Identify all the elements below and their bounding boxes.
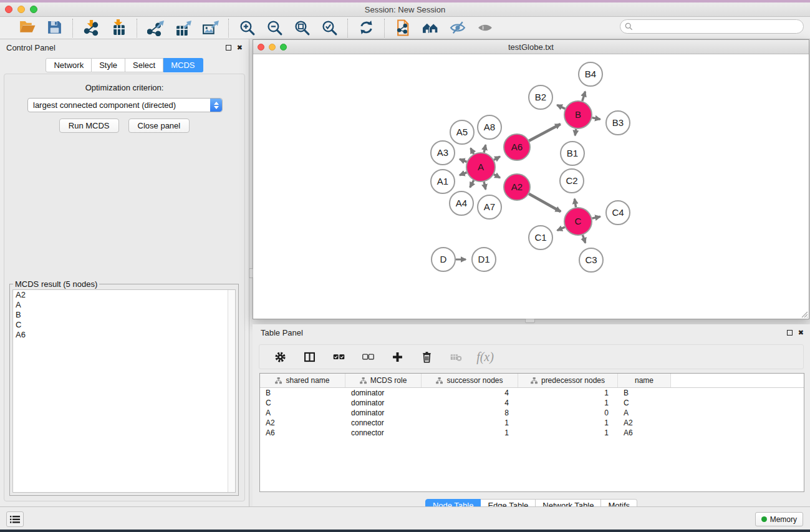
tab-style[interactable]: Style: [92, 58, 125, 72]
table-close-panel-icon[interactable]: ✖: [798, 329, 804, 336]
search-input[interactable]: [633, 20, 803, 33]
edge-C-C4[interactable]: [592, 216, 600, 218]
table-row[interactable]: A6connector11A6: [260, 428, 804, 438]
edge-A-A1[interactable]: [460, 173, 466, 175]
column-header-shared-name[interactable]: shared name: [260, 374, 345, 387]
vertical-divider-handle[interactable]: [249, 268, 253, 278]
show-display-icon[interactable]: [476, 19, 494, 37]
node-label-B4: B4: [585, 69, 596, 79]
hide-display-icon[interactable]: [448, 19, 467, 37]
import-network-icon[interactable]: [82, 19, 100, 37]
settings-gear-icon[interactable]: [272, 349, 288, 365]
export-table-icon[interactable]: [173, 19, 192, 37]
list-icon: [10, 515, 20, 524]
result-list-item[interactable]: B: [13, 310, 235, 320]
zoom-out-icon[interactable]: [265, 19, 284, 37]
edge-B-B4[interactable]: [582, 92, 586, 101]
criterion-dropdown[interactable]: largest connected component (directed): [27, 98, 223, 112]
column-header-name[interactable]: name: [618, 374, 671, 387]
run-mcds-button[interactable]: Run MCDS: [59, 118, 119, 133]
edge-C-C2[interactable]: [574, 199, 576, 208]
edge-C-C3[interactable]: [582, 235, 585, 243]
zoom-selected-icon[interactable]: [320, 19, 339, 37]
edge-B-B3[interactable]: [592, 118, 600, 120]
export-network-icon[interactable]: [146, 19, 165, 37]
table-row[interactable]: Adominator80A: [260, 408, 804, 418]
node-label-A: A: [478, 162, 484, 172]
column-header-MCDS-role[interactable]: MCDS role: [345, 374, 422, 387]
zoom-in-icon[interactable]: [238, 19, 256, 37]
float-panel-icon[interactable]: [226, 45, 231, 51]
column-header-predecessor-nodes[interactable]: predecessor nodes: [518, 374, 618, 387]
node-table[interactable]: shared nameMCDS rolesuccessor nodesprede…: [259, 373, 804, 492]
refresh-icon[interactable]: [357, 19, 375, 37]
edge-A-A6[interactable]: [494, 157, 500, 160]
hierarchy-icon: [275, 377, 282, 384]
edge-A2-C[interactable]: [529, 194, 561, 212]
column-visibility-icon[interactable]: [301, 349, 317, 365]
node-label-A8: A8: [484, 122, 495, 132]
result-list-item[interactable]: A6: [13, 330, 235, 340]
tab-select[interactable]: Select: [125, 58, 163, 72]
save-session-icon[interactable]: [45, 19, 64, 37]
table-cell: dominator: [345, 389, 422, 397]
control-panel-title: Control Panel: [6, 43, 55, 52]
result-list-item[interactable]: C: [13, 320, 235, 330]
result-list-item[interactable]: A: [13, 300, 235, 310]
resize-grip-icon[interactable]: [799, 309, 808, 318]
select-all-icon[interactable]: [330, 349, 347, 365]
mcds-result-list[interactable]: A2ABCA6: [12, 289, 236, 493]
table-cell: dominator: [345, 399, 422, 407]
table-row[interactable]: Bdominator41B: [260, 388, 804, 398]
column-header-successor-nodes[interactable]: successor nodes: [422, 374, 518, 387]
table-cell: B: [260, 389, 345, 397]
tab-network[interactable]: Network: [46, 58, 92, 72]
hierarchy-icon: [360, 377, 367, 384]
search-field[interactable]: [620, 19, 804, 34]
task-history-button[interactable]: [6, 511, 24, 527]
control-panel-tabs: NetworkStyleSelectMCDS: [0, 58, 249, 72]
edge-A-A4[interactable]: [470, 180, 474, 187]
close-panel-button[interactable]: Close panel: [128, 118, 190, 133]
import-table-icon[interactable]: [109, 19, 128, 37]
add-column-icon[interactable]: [389, 349, 405, 365]
edge-A-A3[interactable]: [460, 159, 466, 162]
table-row[interactable]: Cdominator41C: [260, 398, 804, 408]
edge-A6-B[interactable]: [529, 124, 560, 141]
horizontal-divider-handle[interactable]: [525, 319, 535, 323]
edge-A-A8[interactable]: [484, 145, 486, 152]
home-icon[interactable]: [421, 19, 440, 37]
export-image-icon[interactable]: [201, 19, 219, 37]
memory-button[interactable]: Memory: [755, 512, 803, 526]
result-list-item[interactable]: A2: [13, 290, 235, 300]
edge-B-B1[interactable]: [575, 129, 576, 136]
table-row[interactable]: A2connector11A2: [260, 418, 804, 428]
deselect-all-icon[interactable]: [360, 349, 376, 365]
edge-A-A2[interactable]: [494, 175, 500, 178]
table-cell: A: [618, 409, 671, 417]
node-label-C: C: [575, 216, 582, 226]
open-file-icon[interactable]: [17, 19, 36, 37]
close-panel-icon[interactable]: ✖: [237, 44, 243, 51]
table-cell: A2: [260, 418, 345, 427]
table-cell: A6: [260, 428, 345, 437]
result-scrollbar[interactable]: [228, 290, 235, 492]
node-label-B2: B2: [535, 92, 546, 102]
table-cell: A: [260, 409, 345, 417]
table-cell: 0: [518, 409, 618, 417]
edge-B-B2[interactable]: [557, 105, 565, 109]
network-canvas[interactable]: B4B2BB3A8A5A6A3B1AC2A1A2A4A7C4CC1DD1C3: [253, 54, 809, 319]
table-float-panel-icon[interactable]: [787, 330, 793, 336]
edge-A-A5[interactable]: [471, 148, 474, 154]
delete-column-icon[interactable]: [418, 349, 435, 365]
network-graph[interactable]: B4B2BB3A8A5A6A3B1AC2A1A2A4A7C4CC1DD1C3: [253, 54, 809, 319]
node-label-A1: A1: [437, 176, 448, 186]
zoom-fit-icon[interactable]: [292, 19, 311, 37]
network-window-titlebar: testGlobe.txt: [253, 40, 809, 54]
clipboard-network-icon[interactable]: [393, 19, 412, 37]
node-label-C4: C4: [612, 207, 624, 218]
edge-A-A7[interactable]: [484, 181, 486, 189]
edge-C-C1[interactable]: [557, 227, 565, 230]
tab-mcds[interactable]: MCDS: [163, 58, 203, 72]
table-cell: 1: [422, 418, 518, 427]
